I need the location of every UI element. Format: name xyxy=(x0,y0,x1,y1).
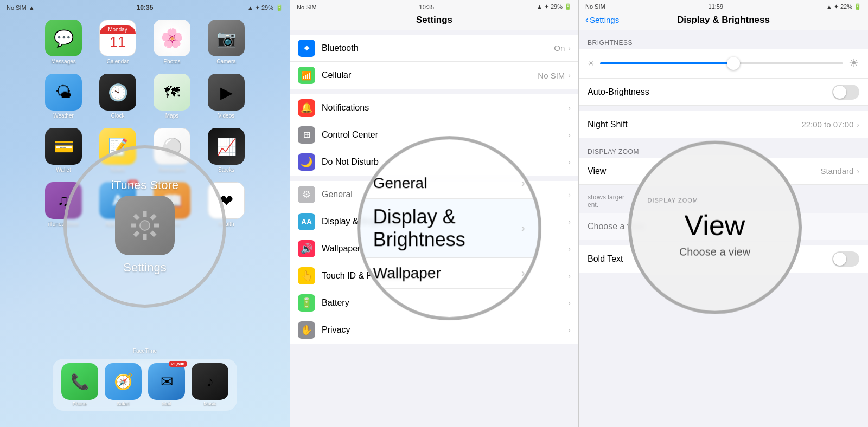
p2-carrier: No SIM xyxy=(297,4,317,10)
cellular-chevron: › xyxy=(568,71,571,80)
cellular-value: No SIM xyxy=(538,71,565,80)
bluetooth-icon: ✦ xyxy=(298,40,315,57)
general-chevron: › xyxy=(568,190,571,199)
weather-icon: 🌤 xyxy=(45,74,82,111)
touch-id-chevron: › xyxy=(568,271,571,280)
time-p1: 10:35 xyxy=(137,4,154,11)
stocks-icon: 📈 xyxy=(208,128,245,165)
wallet-icon: 💳 xyxy=(45,128,82,165)
dock: 📞 Phone 🧭 Safari ✉ 21,508 Mail ♪ Music xyxy=(53,359,237,411)
settings-section-network: ✦ Bluetooth On › 📶 Cellular No SIM › xyxy=(290,35,578,89)
display-brightness-title: Display & Brightness xyxy=(677,15,770,25)
app-icon-messages[interactable]: 💬 Messages xyxy=(39,20,88,68)
brightness-slider-track[interactable] xyxy=(600,62,843,64)
privacy-icon: ✋ xyxy=(298,321,315,339)
settings-title: Settings xyxy=(416,15,452,25)
settings-row-bluetooth[interactable]: ✦ Bluetooth On › xyxy=(290,35,578,62)
dock-music[interactable]: ♪ Music xyxy=(192,363,228,406)
night-shift-chevron: › xyxy=(857,120,859,129)
auto-brightness-knob xyxy=(833,86,846,99)
settings-row-notifications[interactable]: 🔔 Notifications › xyxy=(290,94,578,121)
zoomed-display-chevron: › xyxy=(521,222,525,234)
signal-p1: ▲ ✦ 29% xyxy=(247,4,273,11)
brightness-section: ☀ ☀ Auto-Brightness xyxy=(579,49,868,106)
wallpaper-icon: 🔊 xyxy=(298,240,315,257)
auto-brightness-toggle[interactable] xyxy=(832,85,859,100)
app-icon-wallet[interactable]: 💳 Wallet xyxy=(39,128,88,177)
svg-line-8 xyxy=(135,232,138,236)
bluetooth-value: On xyxy=(554,43,565,53)
status-right-p1: ▲ ✦ 29% 🔋 xyxy=(247,4,283,11)
notifications-label: Notifications xyxy=(322,103,568,113)
facetime-label: FaceTime xyxy=(133,348,157,354)
camera-label: Camera xyxy=(216,59,236,64)
brightness-slider-fill xyxy=(600,62,733,64)
display-brightness-icon: AA xyxy=(298,213,315,230)
back-button[interactable]: ‹ Settings xyxy=(585,14,619,25)
dock-safari[interactable]: 🧭 Safari xyxy=(105,363,142,406)
app-icon-maps[interactable]: 🗺 Maps xyxy=(148,74,196,122)
p3-carrier: No SIM xyxy=(585,3,605,10)
wifi-icon-p1: ▲ xyxy=(29,4,35,11)
safari-label: Safari xyxy=(117,401,130,406)
clock-label: Clock xyxy=(111,113,124,119)
settings-panel: No SIM 10:35 ▲ ✦ 29% 🔋 Settings ✦ Blueto… xyxy=(290,0,579,427)
night-shift-row[interactable]: Night Shift 22:00 to 07:00 › xyxy=(579,111,868,138)
auto-brightness-row: Auto-Brightness xyxy=(579,79,868,106)
p3-signal: ▲ ✦ 22% 🔋 xyxy=(826,3,861,10)
app-icon-weather[interactable]: 🌤 Weather xyxy=(39,74,88,122)
weather-label: Weather xyxy=(53,113,74,119)
stocks-label: Stocks xyxy=(218,167,234,173)
zoomed-row-display: Display & Brightness › xyxy=(360,199,538,258)
messages-icon: 💬 xyxy=(45,20,82,56)
notifications-icon: 🔔 xyxy=(298,99,315,117)
app-icon-videos[interactable]: ▶ Videos xyxy=(202,74,251,122)
battery-chevron: › xyxy=(568,299,571,307)
panel2-zoom-overlay: General › Display & Brightness › Wallpap… xyxy=(357,136,541,320)
app-icon-photos[interactable]: 🌸 Photos xyxy=(148,20,196,68)
settings-row-privacy[interactable]: ✋ Privacy › xyxy=(290,316,578,344)
zoomed-general-chevron: › xyxy=(521,177,525,189)
app-icon-calendar[interactable]: Monday 11 Calendar xyxy=(93,20,142,68)
mail-icon: ✉ 21,508 xyxy=(148,363,185,400)
brightness-section-header: BRIGHTNESS xyxy=(579,35,868,49)
brightness-slider-thumb[interactable] xyxy=(727,57,740,70)
music-label: Music xyxy=(203,401,216,406)
do-not-disturb-icon: 🌙 xyxy=(298,153,315,171)
touch-id-icon: 👆 xyxy=(298,267,315,284)
app-icon-clock[interactable]: 🕙 Clock xyxy=(93,74,142,122)
app-icon-camera[interactable]: 📷 Camera xyxy=(202,20,251,68)
zoomed-row-general: General › xyxy=(360,168,538,199)
iphone-home-screen: No SIM ▲ 10:35 ▲ ✦ 29% 🔋 💬 Messages Mond… xyxy=(0,0,290,427)
zoomed-general-label: General xyxy=(373,174,427,192)
p3-zoom-header-label: DISPLAY ZOOM xyxy=(631,197,699,203)
app-icon-stocks[interactable]: 📈 Stocks xyxy=(202,128,251,177)
control-center-chevron: › xyxy=(568,131,571,139)
settings-status-bar: No SIM 10:35 ▲ ✦ 29% 🔋 xyxy=(290,3,578,10)
night-shift-section: Night Shift 22:00 to 07:00 › xyxy=(579,111,868,138)
mail-badge: 21,508 xyxy=(169,361,187,367)
bluetooth-chevron: › xyxy=(568,44,571,53)
bold-text-toggle[interactable] xyxy=(832,251,859,267)
dock-mail[interactable]: ✉ 21,508 Mail xyxy=(148,363,185,406)
svg-line-7 xyxy=(151,215,155,219)
videos-label: Videos xyxy=(218,113,234,119)
settings-row-cellular[interactable]: 📶 Cellular No SIM › xyxy=(290,62,578,89)
svg-line-5 xyxy=(135,215,138,219)
status-bar-panel1: No SIM ▲ 10:35 ▲ ✦ 29% 🔋 xyxy=(0,0,290,15)
view-chevron: › xyxy=(857,167,859,176)
wallpaper-chevron: › xyxy=(568,244,571,253)
zoomed-wallpaper-label: Wallpaper xyxy=(373,264,441,282)
messages-label: Messages xyxy=(51,59,76,64)
dock-phone[interactable]: 📞 Phone xyxy=(61,363,98,406)
calendar-icon: Monday 11 xyxy=(99,20,136,56)
back-chevron-icon: ‹ xyxy=(585,14,589,25)
do-not-disturb-chevron: › xyxy=(568,158,571,166)
status-left-panel1: No SIM ▲ xyxy=(7,4,35,11)
spotlight-overlay: iTunes Store Settings xyxy=(63,145,226,308)
cellular-icon: 📶 xyxy=(298,67,315,84)
auto-brightness-label: Auto-Brightness xyxy=(588,87,832,97)
maps-icon: 🗺 xyxy=(154,74,190,111)
photos-label: Photos xyxy=(163,59,180,64)
p3-zoom-subtitle: Choose a view xyxy=(668,245,761,258)
